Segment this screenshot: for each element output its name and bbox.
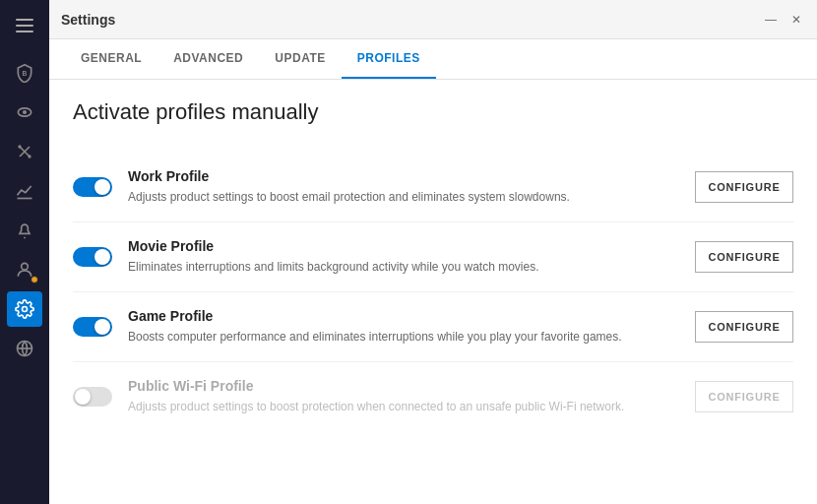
sidebar-item-settings[interactable] xyxy=(7,291,42,327)
titlebar: Settings — ✕ xyxy=(49,0,817,39)
svg-point-9 xyxy=(22,263,29,270)
sidebar-item-user-alert[interactable] xyxy=(7,252,42,287)
toggle-knob-work xyxy=(94,179,110,195)
svg-point-5 xyxy=(18,145,21,148)
alert-badge xyxy=(31,276,38,284)
profile-desc-movie: Eliminates interruptions and limits back… xyxy=(128,258,679,276)
profile-name-work: Work Profile xyxy=(128,168,679,184)
profile-text-wifi: Public Wi-Fi Profile Adjusts product set… xyxy=(128,378,679,415)
toggle-knob-game xyxy=(94,319,110,335)
tools-icon xyxy=(15,142,34,161)
tab-advanced[interactable]: ADVANCED xyxy=(157,39,259,79)
tab-profiles[interactable]: PROFILES xyxy=(342,39,436,79)
hamburger-menu[interactable] xyxy=(7,8,42,43)
page-title: Activate profiles manually xyxy=(73,99,793,125)
close-button[interactable]: ✕ xyxy=(787,11,805,29)
configure-button-wifi: CONFIGURE xyxy=(695,381,793,412)
profile-name-movie: Movie Profile xyxy=(128,238,679,254)
toggle-game[interactable] xyxy=(73,317,112,337)
profile-desc-game: Boosts computer performance and eliminat… xyxy=(128,328,679,346)
main-window: Settings — ✕ GENERAL ADVANCED UPDATE PRO… xyxy=(49,0,817,504)
profile-row-work: Work Profile Adjusts product settings to… xyxy=(73,153,793,222)
svg-point-6 xyxy=(28,155,31,158)
toggle-movie[interactable] xyxy=(73,247,112,267)
analytics-icon xyxy=(15,181,34,201)
tabs-bar: GENERAL ADVANCED UPDATE PROFILES xyxy=(49,39,817,80)
sidebar-item-analytics[interactable] xyxy=(7,173,42,209)
profile-text-game: Game Profile Boosts computer performance… xyxy=(128,308,679,346)
profile-row-wifi: Public Wi-Fi Profile Adjusts product set… xyxy=(73,362,793,431)
sidebar-item-globe[interactable] xyxy=(7,331,42,366)
profile-desc-wifi: Adjusts product settings to boost protec… xyxy=(128,398,679,415)
configure-button-work[interactable]: CONFIGURE xyxy=(695,171,793,203)
window-controls: — ✕ xyxy=(762,11,805,29)
profile-desc-work: Adjusts product settings to boost email … xyxy=(128,188,679,206)
toggle-wifi xyxy=(73,387,112,407)
svg-point-10 xyxy=(23,307,28,312)
shield-icon: B xyxy=(15,63,34,83)
eye-icon xyxy=(15,102,34,122)
sidebar-item-tools[interactable] xyxy=(7,134,42,169)
profile-row-game: Game Profile Boosts computer performance… xyxy=(73,292,793,362)
toggle-knob-movie xyxy=(94,249,110,265)
configure-button-movie[interactable]: CONFIGURE xyxy=(695,241,793,273)
profile-text-movie: Movie Profile Eliminates interruptions a… xyxy=(128,238,679,276)
sidebar-item-eye[interactable] xyxy=(7,94,42,130)
profile-text-work: Work Profile Adjusts product settings to… xyxy=(128,168,679,206)
minimize-button[interactable]: — xyxy=(762,11,780,29)
profile-row-movie: Movie Profile Eliminates interruptions a… xyxy=(73,222,793,292)
sidebar: B xyxy=(0,0,49,504)
tab-general[interactable]: GENERAL xyxy=(65,39,157,79)
sidebar-item-shield[interactable]: B xyxy=(7,55,42,91)
bell-icon xyxy=(15,220,34,240)
toggle-work[interactable] xyxy=(73,177,112,197)
profile-name-game: Game Profile xyxy=(128,308,679,324)
window-title: Settings xyxy=(61,12,115,28)
toggle-knob-wifi xyxy=(75,389,91,405)
tab-update[interactable]: UPDATE xyxy=(259,39,341,79)
settings-icon xyxy=(15,299,34,319)
svg-point-2 xyxy=(23,110,27,114)
globe-icon xyxy=(15,339,34,358)
sidebar-item-bell[interactable] xyxy=(7,213,42,248)
configure-button-game[interactable]: CONFIGURE xyxy=(695,311,793,343)
svg-text:B: B xyxy=(23,70,28,77)
profile-name-wifi: Public Wi-Fi Profile xyxy=(128,378,679,394)
content-area: Activate profiles manually Work Profile … xyxy=(49,80,817,504)
